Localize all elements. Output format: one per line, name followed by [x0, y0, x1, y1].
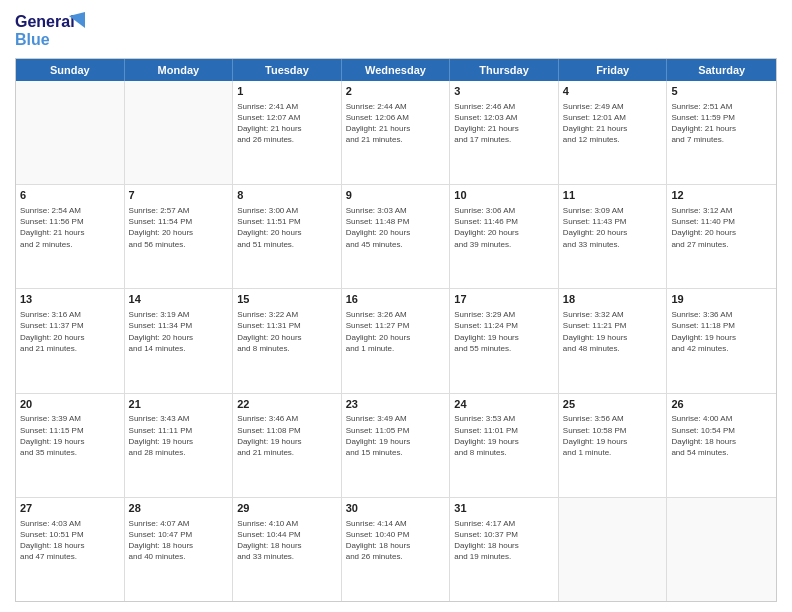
- day-info: Sunrise: 3:00 AM Sunset: 11:51 PM Daylig…: [237, 205, 337, 250]
- day-info: Sunrise: 4:17 AM Sunset: 10:37 PM Daylig…: [454, 518, 554, 563]
- day-cell-6: 6Sunrise: 2:54 AM Sunset: 11:56 PM Dayli…: [16, 185, 125, 288]
- day-number: 11: [563, 188, 663, 203]
- day-number: 6: [20, 188, 120, 203]
- day-number: 24: [454, 397, 554, 412]
- svg-text:General: General: [15, 13, 75, 30]
- day-cell-19: 19Sunrise: 3:36 AM Sunset: 11:18 PM Dayl…: [667, 289, 776, 392]
- day-info: Sunrise: 4:14 AM Sunset: 10:40 PM Daylig…: [346, 518, 446, 563]
- day-number: 15: [237, 292, 337, 307]
- calendar: SundayMondayTuesdayWednesdayThursdayFrid…: [15, 58, 777, 602]
- day-info: Sunrise: 2:51 AM Sunset: 11:59 PM Daylig…: [671, 101, 772, 146]
- header-cell-sunday: Sunday: [16, 59, 125, 81]
- day-info: Sunrise: 3:16 AM Sunset: 11:37 PM Daylig…: [20, 309, 120, 354]
- day-number: 4: [563, 84, 663, 99]
- day-cell-3: 3Sunrise: 2:46 AM Sunset: 12:03 AM Dayli…: [450, 81, 559, 184]
- day-cell-16: 16Sunrise: 3:26 AM Sunset: 11:27 PM Dayl…: [342, 289, 451, 392]
- day-cell-29: 29Sunrise: 4:10 AM Sunset: 10:44 PM Dayl…: [233, 498, 342, 601]
- day-info: Sunrise: 3:19 AM Sunset: 11:34 PM Daylig…: [129, 309, 229, 354]
- day-cell-28: 28Sunrise: 4:07 AM Sunset: 10:47 PM Dayl…: [125, 498, 234, 601]
- svg-text:Blue: Blue: [15, 31, 50, 48]
- day-info: Sunrise: 3:56 AM Sunset: 10:58 PM Daylig…: [563, 413, 663, 458]
- day-info: Sunrise: 3:03 AM Sunset: 11:48 PM Daylig…: [346, 205, 446, 250]
- day-number: 31: [454, 501, 554, 516]
- day-info: Sunrise: 2:41 AM Sunset: 12:07 AM Daylig…: [237, 101, 337, 146]
- day-number: 1: [237, 84, 337, 99]
- day-cell-12: 12Sunrise: 3:12 AM Sunset: 11:40 PM Dayl…: [667, 185, 776, 288]
- day-cell-5: 5Sunrise: 2:51 AM Sunset: 11:59 PM Dayli…: [667, 81, 776, 184]
- day-number: 3: [454, 84, 554, 99]
- day-cell-4: 4Sunrise: 2:49 AM Sunset: 12:01 AM Dayli…: [559, 81, 668, 184]
- day-number: 13: [20, 292, 120, 307]
- calendar-row-5: 27Sunrise: 4:03 AM Sunset: 10:51 PM Dayl…: [16, 498, 776, 601]
- day-cell-22: 22Sunrise: 3:46 AM Sunset: 11:08 PM Dayl…: [233, 394, 342, 497]
- day-number: 5: [671, 84, 772, 99]
- day-number: 2: [346, 84, 446, 99]
- calendar-body: 1Sunrise: 2:41 AM Sunset: 12:07 AM Dayli…: [16, 81, 776, 601]
- page: GeneralBlue SundayMondayTuesdayWednesday…: [0, 0, 792, 612]
- day-info: Sunrise: 3:36 AM Sunset: 11:18 PM Daylig…: [671, 309, 772, 354]
- empty-cell: [16, 81, 125, 184]
- day-cell-20: 20Sunrise: 3:39 AM Sunset: 11:15 PM Dayl…: [16, 394, 125, 497]
- empty-cell: [125, 81, 234, 184]
- day-info: Sunrise: 3:06 AM Sunset: 11:46 PM Daylig…: [454, 205, 554, 250]
- day-cell-26: 26Sunrise: 4:00 AM Sunset: 10:54 PM Dayl…: [667, 394, 776, 497]
- calendar-row-2: 6Sunrise: 2:54 AM Sunset: 11:56 PM Dayli…: [16, 185, 776, 289]
- day-cell-2: 2Sunrise: 2:44 AM Sunset: 12:06 AM Dayli…: [342, 81, 451, 184]
- day-cell-31: 31Sunrise: 4:17 AM Sunset: 10:37 PM Dayl…: [450, 498, 559, 601]
- day-cell-23: 23Sunrise: 3:49 AM Sunset: 11:05 PM Dayl…: [342, 394, 451, 497]
- logo-icon: GeneralBlue: [15, 10, 85, 50]
- day-cell-11: 11Sunrise: 3:09 AM Sunset: 11:43 PM Dayl…: [559, 185, 668, 288]
- day-cell-8: 8Sunrise: 3:00 AM Sunset: 11:51 PM Dayli…: [233, 185, 342, 288]
- day-info: Sunrise: 4:03 AM Sunset: 10:51 PM Daylig…: [20, 518, 120, 563]
- day-number: 22: [237, 397, 337, 412]
- day-cell-17: 17Sunrise: 3:29 AM Sunset: 11:24 PM Dayl…: [450, 289, 559, 392]
- day-info: Sunrise: 3:39 AM Sunset: 11:15 PM Daylig…: [20, 413, 120, 458]
- day-info: Sunrise: 3:43 AM Sunset: 11:11 PM Daylig…: [129, 413, 229, 458]
- day-info: Sunrise: 2:57 AM Sunset: 11:54 PM Daylig…: [129, 205, 229, 250]
- day-cell-30: 30Sunrise: 4:14 AM Sunset: 10:40 PM Dayl…: [342, 498, 451, 601]
- day-cell-1: 1Sunrise: 2:41 AM Sunset: 12:07 AM Dayli…: [233, 81, 342, 184]
- day-number: 26: [671, 397, 772, 412]
- day-info: Sunrise: 3:49 AM Sunset: 11:05 PM Daylig…: [346, 413, 446, 458]
- header-cell-thursday: Thursday: [450, 59, 559, 81]
- day-info: Sunrise: 3:09 AM Sunset: 11:43 PM Daylig…: [563, 205, 663, 250]
- header-cell-saturday: Saturday: [667, 59, 776, 81]
- day-info: Sunrise: 2:49 AM Sunset: 12:01 AM Daylig…: [563, 101, 663, 146]
- day-info: Sunrise: 3:46 AM Sunset: 11:08 PM Daylig…: [237, 413, 337, 458]
- calendar-row-3: 13Sunrise: 3:16 AM Sunset: 11:37 PM Dayl…: [16, 289, 776, 393]
- day-number: 28: [129, 501, 229, 516]
- day-number: 7: [129, 188, 229, 203]
- day-info: Sunrise: 3:22 AM Sunset: 11:31 PM Daylig…: [237, 309, 337, 354]
- day-info: Sunrise: 3:26 AM Sunset: 11:27 PM Daylig…: [346, 309, 446, 354]
- day-number: 10: [454, 188, 554, 203]
- empty-cell: [559, 498, 668, 601]
- day-info: Sunrise: 4:10 AM Sunset: 10:44 PM Daylig…: [237, 518, 337, 563]
- day-cell-15: 15Sunrise: 3:22 AM Sunset: 11:31 PM Dayl…: [233, 289, 342, 392]
- day-number: 27: [20, 501, 120, 516]
- day-info: Sunrise: 4:00 AM Sunset: 10:54 PM Daylig…: [671, 413, 772, 458]
- logo: GeneralBlue: [15, 10, 85, 50]
- day-cell-14: 14Sunrise: 3:19 AM Sunset: 11:34 PM Dayl…: [125, 289, 234, 392]
- day-cell-13: 13Sunrise: 3:16 AM Sunset: 11:37 PM Dayl…: [16, 289, 125, 392]
- day-info: Sunrise: 2:46 AM Sunset: 12:03 AM Daylig…: [454, 101, 554, 146]
- header: GeneralBlue: [15, 10, 777, 50]
- day-cell-25: 25Sunrise: 3:56 AM Sunset: 10:58 PM Dayl…: [559, 394, 668, 497]
- day-number: 30: [346, 501, 446, 516]
- day-info: Sunrise: 2:44 AM Sunset: 12:06 AM Daylig…: [346, 101, 446, 146]
- header-cell-friday: Friday: [559, 59, 668, 81]
- day-number: 17: [454, 292, 554, 307]
- empty-cell: [667, 498, 776, 601]
- day-number: 21: [129, 397, 229, 412]
- day-info: Sunrise: 3:32 AM Sunset: 11:21 PM Daylig…: [563, 309, 663, 354]
- calendar-row-4: 20Sunrise: 3:39 AM Sunset: 11:15 PM Dayl…: [16, 394, 776, 498]
- calendar-row-1: 1Sunrise: 2:41 AM Sunset: 12:07 AM Dayli…: [16, 81, 776, 185]
- calendar-header: SundayMondayTuesdayWednesdayThursdayFrid…: [16, 59, 776, 81]
- day-number: 8: [237, 188, 337, 203]
- day-number: 12: [671, 188, 772, 203]
- day-number: 20: [20, 397, 120, 412]
- day-cell-24: 24Sunrise: 3:53 AM Sunset: 11:01 PM Dayl…: [450, 394, 559, 497]
- day-number: 18: [563, 292, 663, 307]
- day-number: 19: [671, 292, 772, 307]
- day-cell-21: 21Sunrise: 3:43 AM Sunset: 11:11 PM Dayl…: [125, 394, 234, 497]
- day-number: 23: [346, 397, 446, 412]
